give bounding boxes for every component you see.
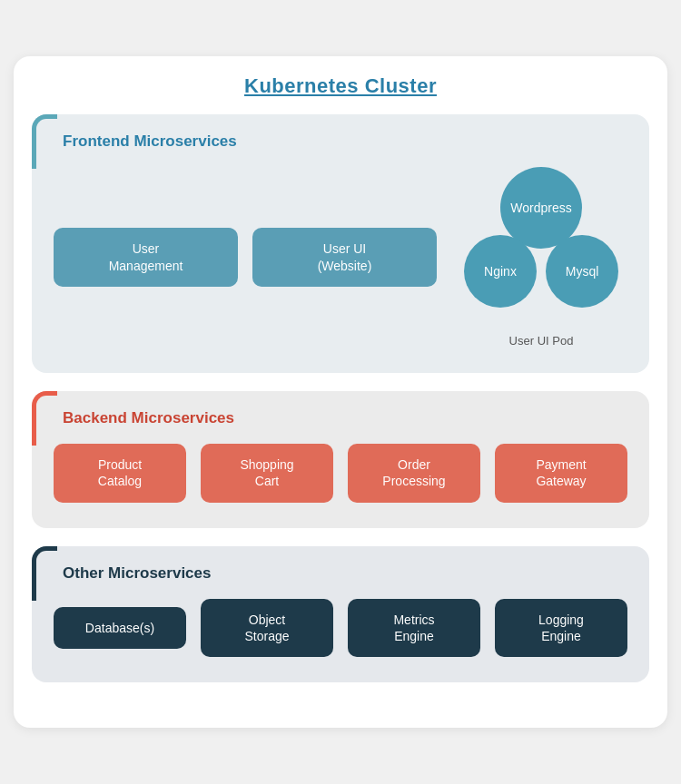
service-payment-gateway: PaymentGateway <box>495 444 627 502</box>
frontend-title: Frontend Microservices <box>54 132 627 151</box>
service-user-management: UserManagement <box>54 228 238 286</box>
service-product-catalog: ProductCatalog <box>54 444 186 502</box>
service-order-processing: OrderProcessing <box>348 444 480 502</box>
backend-title: Backend Microservices <box>54 409 627 427</box>
backend-services-list: ProductCatalog ShoppingCart OrderProcess… <box>54 444 627 502</box>
frontend-content: UserManagement User UI(Website) Wordpres… <box>54 167 627 348</box>
user-ui-pod: Wordpress Nginx Mysql User UI Pod <box>455 167 627 348</box>
service-logging-engine: LoggingEngine <box>495 599 627 657</box>
service-databases: Database(s) <box>54 607 186 649</box>
page-title: Kubernetes Cluster <box>32 74 649 98</box>
service-user-ui: User UI(Website) <box>252 228 437 286</box>
frontend-services-list: UserManagement User UI(Website) <box>54 228 437 286</box>
kubernetes-cluster-diagram: Kubernetes Cluster Frontend Microservice… <box>14 56 667 728</box>
backend-bracket <box>32 391 57 446</box>
backend-section: Backend Microservices ProductCatalog Sho… <box>32 391 649 527</box>
other-services-list: Database(s) ObjectStorage MetricsEngine … <box>54 599 627 657</box>
frontend-bracket <box>32 114 57 169</box>
other-bracket <box>32 546 57 601</box>
circle-mysql: Mysql <box>546 235 618 308</box>
pod-circles-group: Wordpress Nginx Mysql <box>455 167 627 330</box>
service-shopping-cart: ShoppingCart <box>201 444 333 502</box>
other-title: Other Microservices <box>54 564 627 583</box>
other-section: Other Microservices Database(s) ObjectSt… <box>32 546 649 682</box>
frontend-section: Frontend Microservices UserManagement Us… <box>32 114 649 373</box>
service-metrics-engine: MetricsEngine <box>348 599 480 657</box>
pod-label: User UI Pod <box>509 334 574 348</box>
service-object-storage: ObjectStorage <box>201 599 333 657</box>
circle-nginx: Nginx <box>464 235 537 308</box>
